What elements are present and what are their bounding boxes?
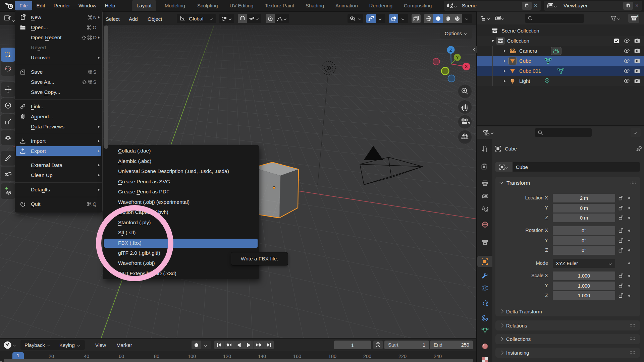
svg-text:X: X	[465, 64, 468, 69]
svg-text:Y: Y	[456, 55, 459, 60]
svg-text:Z: Z	[449, 48, 452, 53]
